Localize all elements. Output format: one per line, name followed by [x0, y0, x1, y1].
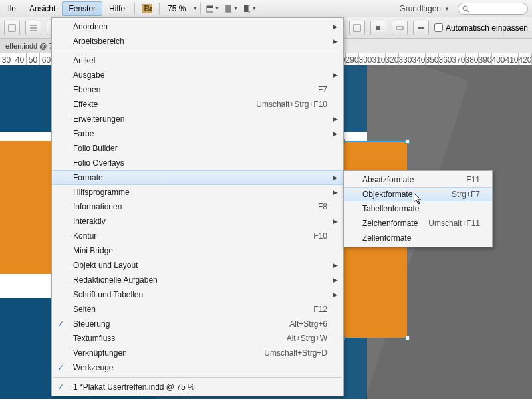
menu-item[interactable]: Objekt und Layout▶ [52, 258, 343, 273]
svg-rect-7 [249, 5, 250, 12]
formate-submenu: AbsatzformateF11ObjektformateStrg+F7Tabe… [343, 170, 493, 247]
menu-item-0[interactable]: lle [1, 1, 23, 16]
svg-rect-19 [354, 25, 360, 31]
svg-rect-20 [376, 26, 380, 30]
menu-item[interactable]: Hilfsprogramme▶ [52, 185, 343, 200]
selection-handle[interactable] [405, 336, 410, 340]
svg-rect-5 [226, 5, 231, 12]
menu-item[interactable]: ✓Werkzeuge [52, 360, 343, 375]
menu-item[interactable]: Folio Overlays [52, 156, 343, 170]
menu-item[interactable]: Redaktionelle Aufgaben▶ [52, 273, 343, 287]
svg-rect-6 [244, 5, 248, 12]
screen-mode-icon[interactable]: ▼ [206, 2, 219, 15]
menu-item[interactable]: Ausgabe▶ [52, 68, 343, 82]
menu-item[interactable]: ✓SteuerungAlt+Strg+6 [52, 317, 343, 331]
menu-item[interactable]: Formate▶ [52, 170, 343, 185]
tool-btn-1[interactable] [4, 21, 20, 35]
svg-rect-21 [396, 27, 403, 29]
svg-line-9 [467, 10, 469, 12]
svg-rect-3 [207, 6, 213, 8]
bridge-icon[interactable]: Br [140, 2, 154, 15]
menubar: lle Ansicht Fenster Hilfe Br 75 % ▼ ▼ ▼ … [0, 0, 532, 17]
search-input[interactable] [458, 3, 528, 15]
submenu-item[interactable]: AbsatzformateF11 [344, 172, 492, 187]
chevron-down-icon[interactable]: ▼ [192, 5, 198, 11]
auto-fit-checkbox[interactable]: Automatisch einpassen [434, 23, 528, 33]
menu-item[interactable]: Farbe▶ [52, 126, 343, 141]
svg-rect-10 [9, 25, 15, 31]
menu-item[interactable]: Artikel [52, 53, 343, 68]
menu-item[interactable]: ✓1 *Plakat Usertreffen.indd @ 75 % [52, 380, 343, 394]
menu-item[interactable]: Mini Bridge [52, 243, 343, 258]
menu-item[interactable]: SeitenF12 [52, 302, 343, 317]
fit-btn-4[interactable] [392, 21, 408, 35]
menu-item[interactable]: InformationenF8 [52, 200, 343, 214]
zoom-level[interactable]: 75 % [168, 4, 186, 13]
fenster-menu: Anordnen▶Arbeitsbereich▶ArtikelAusgabe▶E… [51, 17, 344, 396]
menu-item[interactable]: Schrift und Tabellen▶ [52, 287, 343, 302]
menu-item[interactable]: Arbeitsbereich▶ [52, 34, 343, 49]
fit-btn-3[interactable] [370, 21, 386, 35]
submenu-item[interactable]: ZeichenformateUmschalt+F11 [344, 216, 492, 231]
view-icon[interactable]: ▼ [243, 2, 257, 15]
workspace-selector[interactable]: Grundlagen ▼ [399, 3, 450, 14]
menu-item-ansicht[interactable]: Ansicht [23, 1, 62, 16]
menu-item[interactable]: Folio Builder [52, 141, 343, 156]
submenu-item[interactable]: Tabellenformate [344, 201, 492, 216]
fit-btn-5[interactable] [413, 21, 429, 35]
svg-point-8 [463, 6, 467, 11]
menu-item[interactable]: Erweiterungen▶ [52, 112, 343, 126]
submenu-item[interactable]: ObjektformateStrg+F7 [344, 187, 492, 201]
fit-btn-2[interactable] [349, 21, 365, 35]
selection-handle[interactable] [405, 139, 410, 144]
svg-text:Br: Br [144, 4, 153, 13]
menu-item-fenster[interactable]: Fenster [62, 1, 102, 16]
menu-item[interactable]: Anordnen▶ [52, 19, 343, 34]
menu-item[interactable]: VerknüpfungenUmschalt+Strg+D [52, 346, 343, 360]
tool-btn-2[interactable] [25, 21, 41, 35]
submenu-item[interactable]: Zellenformate [344, 231, 492, 245]
menu-item[interactable]: EbenenF7 [52, 82, 343, 97]
menu-item[interactable]: Interaktiv▶ [52, 214, 343, 229]
menu-item[interactable]: TextumflussAlt+Strg+W [52, 331, 343, 346]
menu-item[interactable]: KonturF10 [52, 229, 343, 243]
menu-item-hilfe[interactable]: Hilfe [102, 1, 132, 16]
menu-item[interactable]: EffekteUmschalt+Strg+F10 [52, 97, 343, 112]
arrange-icon[interactable]: ▼ [225, 2, 238, 15]
